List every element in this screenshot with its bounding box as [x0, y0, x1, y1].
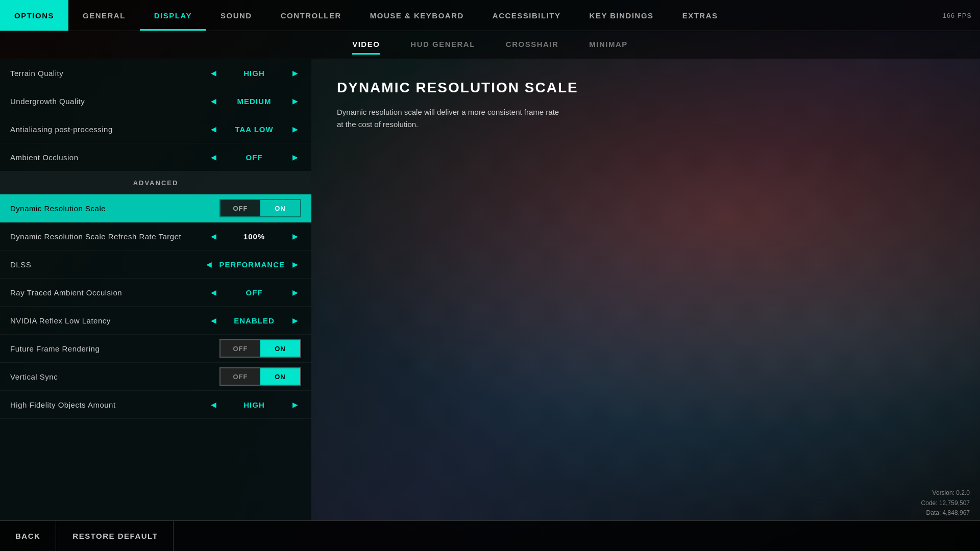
main-content: Terrain Quality ◀ HIGH ▶ Undergrowth Qua…: [0, 59, 980, 520]
dlss-label: DLSS: [10, 260, 203, 269]
nav-item-sound[interactable]: SOUND: [206, 0, 266, 31]
ambient-occlusion-control: ◀ OFF ▶: [207, 151, 301, 163]
ambient-occlusion-right-arrow[interactable]: ▶: [289, 151, 301, 163]
nav-item-display[interactable]: DISPLAY: [140, 0, 206, 31]
nav-item-options[interactable]: OPTIONS: [0, 0, 68, 31]
ray-traced-ao-value: OFF: [224, 288, 285, 297]
dlss-left-arrow[interactable]: ◀: [203, 258, 215, 270]
refresh-rate-right-arrow[interactable]: ▶: [289, 230, 301, 242]
dlss-row: DLSS ◀ PERFORMANCE ▶: [0, 251, 311, 279]
vertical-sync-off-option[interactable]: OFF: [220, 368, 260, 385]
antialiasing-value: TAA LOW: [224, 125, 285, 134]
terrain-quality-row: Terrain Quality ◀ HIGH ▶: [0, 59, 311, 87]
nav-item-controller[interactable]: CONTROLLER: [266, 0, 356, 31]
antialiasing-row: Antialiasing post-processing ◀ TAA LOW ▶: [0, 115, 311, 143]
vertical-sync-row: Vertical Sync OFF ON: [0, 363, 311, 391]
dynamic-resolution-scale-toggle[interactable]: OFF ON: [219, 199, 301, 217]
undergrowth-quality-value: MEDIUM: [224, 97, 285, 106]
undergrowth-quality-control: ◀ MEDIUM ▶: [207, 95, 301, 107]
refresh-rate-target-label: Dynamic Resolution Scale Refresh Rate Ta…: [10, 232, 207, 241]
dlss-control: ◀ PERFORMANCE ▶: [203, 258, 301, 270]
dynamic-resolution-scale-row[interactable]: Dynamic Resolution Scale OFF ON: [0, 194, 311, 222]
sub-nav-minimap[interactable]: MINIMAP: [589, 40, 628, 51]
sub-nav-crosshair[interactable]: CROSSHAIR: [506, 40, 559, 51]
ray-traced-ao-left-arrow[interactable]: ◀: [207, 286, 219, 298]
future-frame-off-option[interactable]: OFF: [220, 340, 260, 357]
high-fidelity-label: High Fidelity Objects Amount: [10, 400, 207, 409]
nav-item-mouse-keyboard[interactable]: MOUSE & KEYBOARD: [356, 0, 478, 31]
advanced-label: ADVANCED: [133, 179, 179, 187]
dynamic-resolution-scale-control: OFF ON: [219, 199, 301, 217]
ray-traced-ao-label: Ray Traced Ambient Occulsion: [10, 288, 207, 297]
refresh-rate-target-row: Dynamic Resolution Scale Refresh Rate Ta…: [0, 222, 311, 251]
ambient-occlusion-value: OFF: [224, 153, 285, 162]
dynamic-resolution-scale-label: Dynamic Resolution Scale: [10, 204, 219, 213]
nav-item-key-bindings[interactable]: KEY BINDINGS: [575, 0, 668, 31]
nav-item-extras[interactable]: EXTRAS: [668, 0, 732, 31]
nvidia-reflex-value: ENABLED: [224, 316, 285, 325]
ray-traced-ao-right-arrow[interactable]: ▶: [289, 286, 301, 298]
ray-traced-ao-control: ◀ OFF ▶: [207, 286, 301, 298]
antialiasing-left-arrow[interactable]: ◀: [207, 123, 219, 135]
settings-panel: Terrain Quality ◀ HIGH ▶ Undergrowth Qua…: [0, 59, 311, 520]
sub-navigation: VIDEO HUD GENERAL CROSSHAIR MINIMAP: [0, 31, 980, 59]
ambient-occlusion-row: Ambient Occlusion ◀ OFF ▶: [0, 143, 311, 171]
top-navigation: OPTIONS GENERAL DISPLAY SOUND CONTROLLER…: [0, 0, 980, 31]
ambient-occlusion-label: Ambient Occlusion: [10, 153, 207, 162]
nvidia-reflex-left-arrow[interactable]: ◀: [207, 314, 219, 327]
info-title: DYNAMIC RESOLUTION SCALE: [337, 80, 954, 96]
undergrowth-quality-left-arrow[interactable]: ◀: [207, 95, 219, 107]
version-line1: Version: 0.2.0: [921, 488, 970, 498]
terrain-quality-value: HIGH: [224, 69, 285, 78]
undergrowth-quality-label: Undergrowth Quality: [10, 97, 207, 106]
vertical-sync-toggle[interactable]: OFF ON: [219, 367, 301, 386]
high-fidelity-value: HIGH: [224, 400, 285, 409]
vertical-sync-label: Vertical Sync: [10, 372, 219, 381]
back-button[interactable]: BACK: [0, 521, 56, 551]
sub-nav-hud-general[interactable]: HUD GENERAL: [410, 40, 475, 51]
refresh-rate-target-control: ◀ 100% ▶: [207, 230, 301, 242]
advanced-section-header: ADVANCED: [0, 171, 311, 194]
high-fidelity-row: High Fidelity Objects Amount ◀ HIGH ▶: [0, 391, 311, 419]
high-fidelity-control: ◀ HIGH ▶: [207, 398, 301, 411]
toggle-on-option[interactable]: ON: [260, 200, 300, 216]
ambient-occlusion-left-arrow[interactable]: ◀: [207, 151, 219, 163]
future-frame-rendering-control: OFF ON: [219, 339, 301, 358]
antialiasing-label: Antialiasing post-processing: [10, 125, 207, 134]
nav-item-general[interactable]: GENERAL: [68, 0, 140, 31]
refresh-rate-value: 100%: [224, 232, 285, 241]
dlss-value: PERFORMANCE: [219, 260, 285, 269]
antialiasing-right-arrow[interactable]: ▶: [289, 123, 301, 135]
nav-item-accessibility[interactable]: ACCESSIBILITY: [478, 0, 575, 31]
version-line3: Data: 4,848,967: [921, 508, 970, 518]
dlss-right-arrow[interactable]: ▶: [289, 258, 301, 270]
undergrowth-quality-row: Undergrowth Quality ◀ MEDIUM ▶: [0, 87, 311, 115]
sub-nav-video[interactable]: VIDEO: [352, 40, 380, 51]
high-fidelity-right-arrow[interactable]: ▶: [289, 398, 301, 411]
restore-default-button[interactable]: RESTORE DEFAULT: [57, 521, 174, 551]
terrain-quality-left-arrow[interactable]: ◀: [207, 67, 219, 79]
nvidia-reflex-label: NVIDIA Reflex Low Latency: [10, 316, 207, 325]
terrain-quality-right-arrow[interactable]: ▶: [289, 67, 301, 79]
vertical-sync-on-option[interactable]: ON: [260, 368, 300, 385]
future-frame-rendering-label: Future Frame Rendering: [10, 344, 219, 353]
info-panel: DYNAMIC RESOLUTION SCALE Dynamic resolut…: [311, 59, 980, 520]
antialiasing-control: ◀ TAA LOW ▶: [207, 123, 301, 135]
fps-counter: 166 FPS: [942, 12, 980, 19]
nvidia-reflex-right-arrow[interactable]: ▶: [289, 314, 301, 327]
bottom-bar: BACK RESTORE DEFAULT: [0, 520, 980, 551]
nvidia-reflex-row: NVIDIA Reflex Low Latency ◀ ENABLED ▶: [0, 307, 311, 335]
future-frame-rendering-toggle[interactable]: OFF ON: [219, 339, 301, 358]
high-fidelity-left-arrow[interactable]: ◀: [207, 398, 219, 411]
version-info: Version: 0.2.0 Code: 12,759,507 Data: 4,…: [921, 488, 970, 518]
version-line2: Code: 12,759,507: [921, 498, 970, 508]
future-frame-on-option[interactable]: ON: [260, 340, 300, 357]
nvidia-reflex-control: ◀ ENABLED ▶: [207, 314, 301, 327]
toggle-off-option[interactable]: OFF: [220, 200, 260, 216]
ray-traced-ao-row: Ray Traced Ambient Occulsion ◀ OFF ▶: [0, 279, 311, 307]
future-frame-rendering-row: Future Frame Rendering OFF ON: [0, 335, 311, 363]
terrain-quality-control: ◀ HIGH ▶: [207, 67, 301, 79]
info-description: Dynamic resolution scale will deliver a …: [337, 106, 567, 131]
refresh-rate-left-arrow[interactable]: ◀: [207, 230, 219, 242]
undergrowth-quality-right-arrow[interactable]: ▶: [289, 95, 301, 107]
